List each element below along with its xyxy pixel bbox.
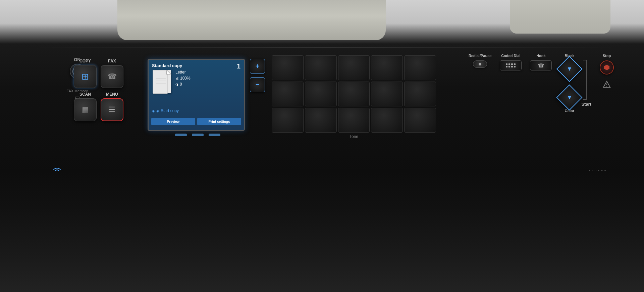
lcd-copy-icon2: ◈ bbox=[156, 109, 159, 113]
tone-grid-section: Tone bbox=[272, 55, 436, 139]
black-button-group: Black ▼ bbox=[560, 54, 579, 78]
lcd-dot-2 bbox=[192, 134, 204, 136]
tone-cell-1[interactable] bbox=[272, 55, 304, 80]
fax-label: FAX bbox=[108, 59, 116, 63]
lcd-brightness: ◑ 0 bbox=[175, 82, 191, 87]
lcd-mode-title: Standard copy bbox=[152, 63, 240, 68]
hook-group: Hook ☎ bbox=[530, 54, 552, 70]
start-buttons-col: Black ▼ ▼ Color bbox=[560, 54, 579, 113]
color-start-button[interactable]: ▼ bbox=[556, 85, 583, 111]
scan-button-group: SCAN ▦ bbox=[74, 92, 97, 121]
tone-cell-7[interactable] bbox=[305, 82, 337, 106]
tone-cell-11[interactable] bbox=[272, 108, 304, 133]
lcd-dot-3 bbox=[209, 134, 220, 136]
tone-cell-14[interactable] bbox=[371, 108, 403, 133]
redial-dot bbox=[479, 63, 481, 65]
printer-body: ON ⏻ FAX Memory ▭ COPY ⊞ FAX ☎ bbox=[0, 0, 644, 292]
tone-cell-15[interactable] bbox=[404, 108, 436, 133]
top-right-cover bbox=[510, 0, 610, 34]
stop-button[interactable] bbox=[600, 60, 614, 75]
start-bracket bbox=[586, 60, 587, 100]
lcd-indicators bbox=[175, 134, 220, 136]
lcd-preview-button[interactable]: Preview bbox=[151, 118, 195, 125]
color-button-group: ▼ Color bbox=[560, 88, 579, 113]
tone-cell-9[interactable] bbox=[371, 82, 403, 106]
fax-button-group: FAX ☎ bbox=[101, 59, 123, 88]
lcd-count: 1 bbox=[237, 62, 240, 70]
tone-cell-13[interactable] bbox=[338, 108, 370, 133]
fax-icon: ☎ bbox=[108, 72, 117, 81]
paper-tray bbox=[117, 0, 386, 40]
minus-button[interactable]: − bbox=[250, 77, 265, 92]
start-label: Start bbox=[581, 102, 591, 107]
lcd-screen: Standard copy 1 Letter 🖨 100% bbox=[148, 59, 245, 131]
hook-button[interactable]: ☎ bbox=[530, 60, 552, 70]
lcd-scale: 🖨 100% bbox=[175, 76, 191, 81]
lcd-paper-icon bbox=[153, 70, 171, 93]
scan-button[interactable]: ▦ bbox=[74, 98, 97, 121]
menu-label: MENU bbox=[106, 92, 118, 97]
right-controls: Redial/Pause Coded Dial Hook ☎ bbox=[469, 54, 614, 113]
copy-button-group: COPY ⊞ bbox=[74, 59, 97, 88]
tone-cell-4[interactable] bbox=[371, 55, 403, 80]
panel-shine bbox=[34, 47, 617, 48]
tone-cell-12[interactable] bbox=[305, 108, 337, 133]
black-diamond-icon: ▼ bbox=[567, 65, 573, 72]
lcd-print-settings-button[interactable]: Print settings bbox=[197, 118, 241, 125]
redial-group: Redial/Pause bbox=[469, 54, 491, 68]
tone-cell-2[interactable] bbox=[305, 55, 337, 80]
lcd-start-copy: ◈ ◈ Start copy bbox=[152, 108, 240, 113]
redial-label: Redial/Pause bbox=[469, 54, 491, 58]
coded-dial-label: Coded Dial bbox=[501, 54, 520, 58]
lcd-paper-size: Letter bbox=[175, 70, 191, 75]
svg-rect-0 bbox=[153, 70, 167, 94]
printer-bottom bbox=[0, 171, 644, 292]
tone-cell-8[interactable] bbox=[338, 82, 370, 106]
hook-label: Hook bbox=[536, 54, 546, 58]
lcd-copy-icon: ◈ bbox=[152, 109, 155, 113]
fax-button[interactable]: ☎ bbox=[101, 65, 123, 88]
redial-button[interactable] bbox=[473, 60, 487, 68]
menu-button-group: MENU ☰ bbox=[101, 92, 123, 121]
start-area: Black ▼ ▼ Color Start bbox=[560, 54, 591, 113]
start-label-group: Start bbox=[581, 60, 591, 107]
plus-minus-section: + − bbox=[250, 59, 265, 92]
lcd-dot-1 bbox=[175, 134, 187, 136]
tone-label: Tone bbox=[272, 134, 436, 139]
plus-button[interactable]: + bbox=[250, 59, 265, 74]
mode-buttons-section: COPY ⊞ FAX ☎ SCAN ▦ bbox=[74, 59, 134, 125]
lcd-start-copy-label: Start copy bbox=[161, 108, 179, 113]
stop-label: Stop bbox=[603, 54, 611, 58]
black-start-button[interactable]: ▼ bbox=[556, 56, 583, 82]
tone-cell-10[interactable] bbox=[404, 82, 436, 106]
color-diamond-icon: ▼ bbox=[567, 94, 573, 101]
hook-icon: ☎ bbox=[538, 62, 544, 69]
copy-button[interactable]: ⊞ bbox=[74, 65, 97, 88]
scan-icon: ▦ bbox=[82, 105, 89, 114]
coded-dial-group: Coded Dial bbox=[500, 54, 522, 70]
warning-icon bbox=[603, 81, 611, 90]
stop-icon bbox=[604, 65, 609, 70]
menu-button[interactable]: ☰ bbox=[101, 98, 123, 121]
lcd-soft-buttons: Preview Print settings bbox=[151, 118, 241, 125]
menu-icon: ☰ bbox=[109, 105, 115, 114]
tone-cell-5[interactable] bbox=[404, 55, 436, 80]
svg-marker-1 bbox=[167, 70, 171, 74]
stop-group: Stop bbox=[600, 54, 614, 90]
coded-dial-icon bbox=[506, 63, 516, 67]
copy-icon: ⊞ bbox=[82, 71, 89, 82]
coded-dial-button[interactable] bbox=[500, 60, 522, 70]
tone-cell-3[interactable] bbox=[338, 55, 370, 80]
copy-label: COPY bbox=[79, 59, 91, 63]
tone-cell-6[interactable] bbox=[272, 82, 304, 106]
scan-label: SCAN bbox=[79, 92, 91, 97]
svg-point-7 bbox=[606, 86, 607, 87]
tone-grid bbox=[272, 55, 436, 133]
